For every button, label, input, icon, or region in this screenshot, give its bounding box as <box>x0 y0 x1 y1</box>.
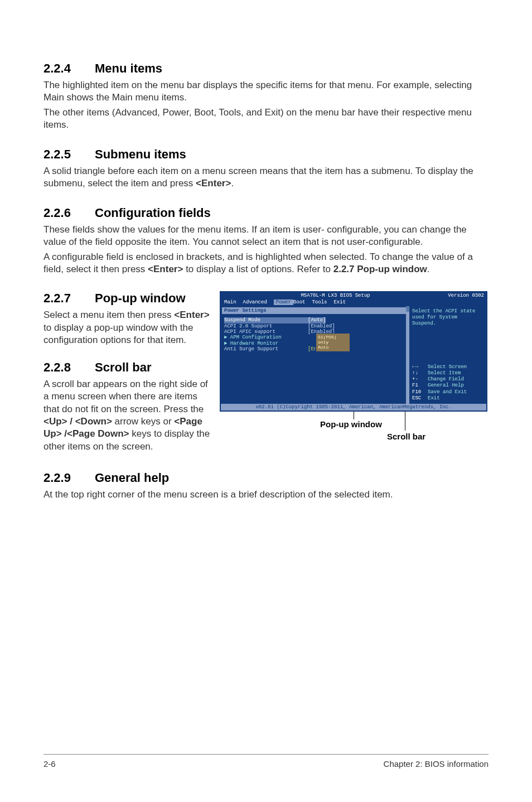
heading-2-2-7: 2.2.7Pop-up window <box>43 291 215 306</box>
bios-key-desc: Select Screen <box>428 364 467 370</box>
bios-popup: S1(POS) only Auto <box>316 333 350 352</box>
bios-key: ↑↓ <box>412 370 428 376</box>
bios-row-label: ACPI APIC support <box>224 329 308 335</box>
ref-popup-window: 2.2.7 Pop-up window <box>333 264 427 274</box>
bios-key: ←→ <box>412 364 428 370</box>
bios-row-label: Suspend Mode <box>224 317 308 323</box>
heading-title: Pop-up window <box>95 291 186 305</box>
bios-tab-boot: Boot <box>293 299 312 305</box>
para-227-1: Select a menu item then press <Enter> to… <box>43 309 215 346</box>
callout-label-scrollbar: Scroll bar <box>387 432 425 441</box>
text: . <box>231 178 234 189</box>
para-224-1: The highlighted item on the menu bar dis… <box>43 79 489 104</box>
bios-version: Version 0302 <box>448 293 484 298</box>
bios-panel-right: Select the ACPI state used for System Su… <box>408 306 486 404</box>
page-footer: 2-6 Chapter 2: BIOS information <box>43 754 489 769</box>
heading-title: General help <box>95 471 169 485</box>
para-229-1: At the top right corner of the menu scre… <box>43 489 489 501</box>
bios-help-text: Select the ACPI state used for System Su… <box>412 308 483 326</box>
bios-key: F1 <box>412 383 428 389</box>
para-225-1: A solid triangle before each item on a m… <box>43 165 489 190</box>
heading-2-2-5: 2.2.5Submenu items <box>43 147 489 162</box>
text: to display a pop-up window with the conf… <box>43 322 193 345</box>
callout-label-popup: Pop-up window <box>320 419 382 429</box>
key-enter: <Enter> <box>148 264 183 274</box>
para-224-2: The other items (Advanced, Power, Boot, … <box>43 107 489 132</box>
para-226-1: These fields show the values for the men… <box>43 224 489 249</box>
key-up-down: <Up> / <Down> <box>43 416 112 427</box>
heading-2-2-8: 2.2.8Scroll bar <box>43 360 215 375</box>
heading-num: 2.2.8 <box>43 360 95 375</box>
text: . <box>427 264 430 274</box>
chapter-label: Chapter 2: BIOS information <box>384 759 489 769</box>
bios-key-row: ↑↓Select Item <box>412 370 483 376</box>
heading-num: 2.2.6 <box>43 206 95 220</box>
heading-num: 2.2.5 <box>43 147 95 162</box>
bios-tab-exit: Exit <box>333 299 352 305</box>
bios-key-desc: Save and Exit <box>428 389 467 395</box>
para-226-2: A configurable field is enclosed in brac… <box>43 251 489 276</box>
bios-key-legend: ←→Select Screen ↑↓Select Item +-Change F… <box>412 364 483 402</box>
bios-key: +- <box>412 376 428 383</box>
key-enter: <Enter> <box>174 310 209 320</box>
bios-row-label: ACPI 2.0 Support <box>224 323 308 329</box>
bios-key: ESC <box>412 395 428 402</box>
text: to display a list of options. Refer to <box>183 264 333 274</box>
bios-popup-option: S1(POS) only <box>318 335 348 345</box>
bios-row: Suspend Mode[Auto] <box>224 317 405 323</box>
page-number: 2-6 <box>43 759 56 769</box>
heading-num: 2.2.9 <box>43 471 95 485</box>
bios-key-row: ←→Select Screen <box>412 364 483 370</box>
heading-title: Menu items <box>95 61 162 75</box>
bios-scrollbar <box>406 306 409 404</box>
heading-title: Submenu items <box>95 147 186 161</box>
bios-popup-option: Auto <box>318 345 348 350</box>
text: A solid triangle before each item on a m… <box>43 166 473 189</box>
bios-row-label: ► APM Configuration <box>224 335 308 340</box>
bios-menubar: Main Advanced Power Boot Tools Exit <box>221 299 486 306</box>
bios-tab-tools: Tools <box>312 299 333 305</box>
bios-tab-power: Power <box>274 299 293 305</box>
callout-line <box>405 412 405 431</box>
bios-body: Power Settings Suspend Mode[Auto] ACPI 2… <box>221 306 486 404</box>
heading-num: 2.2.7 <box>43 291 95 306</box>
bios-row: ► APM Configuration <box>224 335 405 340</box>
heading-2-2-4: 2.2.4Menu items <box>43 61 489 76</box>
text: Select a menu item then press <box>43 310 174 320</box>
bios-row: ► Hardware Monitor <box>224 341 405 346</box>
bios-panel-left: Power Settings Suspend Mode[Auto] ACPI 2… <box>221 306 408 404</box>
callout-line <box>354 412 354 419</box>
bios-titlebar: Version 0302 M5A78L-M LX3 BIOS Setup <box>221 292 486 299</box>
bios-key-desc: General Help <box>428 383 464 389</box>
heading-title: Scroll bar <box>95 360 151 374</box>
bios-title-text: M5A78L-M LX3 BIOS Setup <box>301 293 370 298</box>
bios-key-desc: Change Field <box>428 376 464 383</box>
bios-row-value: [Auto] <box>308 317 326 323</box>
bios-row-label: Anti Surge Support <box>224 346 308 352</box>
bios-key-desc: Exit <box>428 395 440 402</box>
bios-key-desc: Select Item <box>428 370 461 376</box>
heading-2-2-6: 2.2.6Configuration fields <box>43 206 489 220</box>
bios-row: Anti Surge Support[Enabled] <box>224 346 405 352</box>
bios-key-row: F10Save and Exit <box>412 389 483 395</box>
bios-row-label: ► Hardware Monitor <box>224 341 308 346</box>
bios-tab-main: Main <box>224 299 243 305</box>
bios-key: F10 <box>412 389 428 395</box>
heading-num: 2.2.4 <box>43 61 95 76</box>
bios-key-row: F1General Help <box>412 383 483 389</box>
key-enter: <Enter> <box>196 178 231 189</box>
bios-panel-title: Power Settings <box>222 307 407 314</box>
bios-row: ACPI 2.0 Support[Enabled] <box>224 323 405 329</box>
figure-callouts: Pop-up window Scroll bar <box>220 412 487 445</box>
text: A scroll bar appears on the right side o… <box>43 379 208 414</box>
heading-2-2-9: 2.2.9General help <box>43 471 489 485</box>
bios-screenshot: Version 0302 M5A78L-M LX3 BIOS Setup Mai… <box>220 291 487 412</box>
bios-key-row: ESCExit <box>412 395 483 402</box>
bios-key-row: +-Change Field <box>412 376 483 383</box>
bios-row: ACPI APIC support[Enabled] <box>224 329 405 335</box>
heading-title: Configuration fields <box>95 206 211 220</box>
bios-tab-advanced: Advanced <box>243 299 274 305</box>
bios-row-value: [Enabled] <box>308 323 335 329</box>
text: arrow keys or <box>112 416 174 427</box>
para-228-1: A scroll bar appears on the right side o… <box>43 378 215 453</box>
